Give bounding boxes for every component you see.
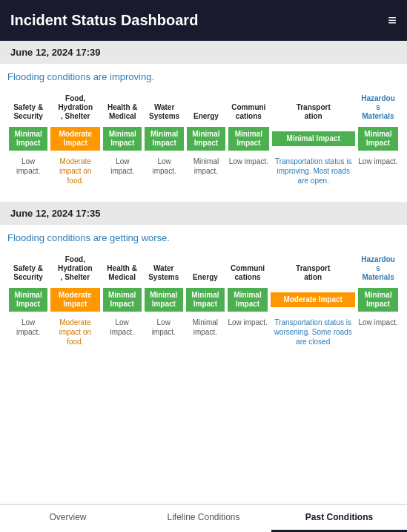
tab-overview[interactable]: Overview xyxy=(0,505,136,532)
badge-cell-1-7: Minimal Impact xyxy=(271,125,357,152)
desc-2-3: Low impact. xyxy=(102,313,143,351)
col-safety-2: Safety &Security xyxy=(7,254,49,286)
col-health-1: Health &Medical xyxy=(102,93,143,125)
desc-1-5: Minimal impact. xyxy=(185,152,227,190)
badge-1-5: Minimal Impact xyxy=(187,127,225,151)
badge-cell-2-7: Moderate Impact xyxy=(269,286,357,313)
header: Incident Status Dashboard ≡ xyxy=(0,0,407,41)
section-1-table: Safety &Security Food,Hydration, Shelter… xyxy=(7,93,400,190)
section-1-badge-row: Minimal Impact Moderate Impact Minimal I… xyxy=(7,125,400,152)
menu-icon[interactable]: ≡ xyxy=(388,12,397,29)
badge-cell-1-2: Moderate Impact xyxy=(49,125,102,152)
desc-2-2: Moderate impact on food. xyxy=(49,313,101,351)
badge-cell-2-4: Minimal Impact xyxy=(143,286,185,313)
section-2-badge-row: Minimal Impact Moderate Impact Minimal I… xyxy=(7,286,400,313)
section-1-desc-row: Low impact. Moderate impact on food. Low… xyxy=(7,152,400,190)
badge-1-7: Minimal Impact xyxy=(272,131,355,146)
section-2-flooding-text: Flooding conditions are getting worse. xyxy=(7,232,400,243)
desc-2-4: Low impact. xyxy=(143,313,185,351)
badge-cell-2-5: Minimal Impact xyxy=(185,286,226,313)
content-area: June 12, 2024 17:39 Flooding conditions … xyxy=(0,41,407,400)
desc-1-1: Low impact. xyxy=(7,152,49,190)
section-1-date: June 12, 2024 17:39 xyxy=(0,41,407,64)
desc-1-3: Low impact. xyxy=(102,152,143,190)
col-water-1: WaterSystems xyxy=(143,93,185,125)
col-food-1: Food,Hydration, Shelter xyxy=(49,93,102,125)
badge-2-4: Minimal Impact xyxy=(145,288,183,312)
badge-2-2: Moderate Impact xyxy=(50,288,99,312)
desc-1-7: Transportation status is improving. Most… xyxy=(271,152,357,190)
section-2-table: Safety &Security Food,Hydration, Shelter… xyxy=(7,254,400,351)
col-transport-2: Transportation xyxy=(269,254,357,286)
badge-cell-1-6: Minimal Impact xyxy=(227,125,270,152)
app-wrapper: Incident Status Dashboard ≡ June 12, 202… xyxy=(0,0,407,400)
badge-cell-1-3: Minimal Impact xyxy=(102,125,143,152)
section-2-date: June 12, 2024 17:35 xyxy=(0,202,407,225)
badge-cell-1-8: Minimal Impact xyxy=(357,125,400,152)
col-food-2: Food,Hydration, Shelter xyxy=(49,254,101,286)
badge-2-8: Minimal Impact xyxy=(358,288,398,312)
badge-cell-1-5: Minimal Impact xyxy=(185,125,227,152)
section-2-body: Flooding conditions are getting worse. S… xyxy=(0,225,407,363)
tab-lifeline-conditions[interactable]: Lifeline Conditions xyxy=(136,505,271,532)
badge-2-1: Minimal Impact xyxy=(9,288,47,312)
col-energy-2: Energy xyxy=(185,254,226,286)
col-transport-1: Transportation xyxy=(271,93,357,125)
section-2-desc-row: Low impact. Moderate impact on food. Low… xyxy=(7,313,400,351)
col-safety-1: Safety &Security xyxy=(7,93,49,125)
desc-2-5: Minimal impact. xyxy=(185,313,226,351)
badge-cell-2-8: Minimal Impact xyxy=(357,286,400,313)
badge-1-8: Minimal Impact xyxy=(358,127,398,151)
badge-2-3: Minimal Impact xyxy=(103,288,142,312)
badge-2-6: Minimal Impact xyxy=(228,288,268,312)
desc-1-6: Low impact. xyxy=(227,152,270,190)
col-energy-1: Energy xyxy=(185,93,227,125)
desc-1-4: Low impact. xyxy=(143,152,185,190)
desc-2-6: Low impact. xyxy=(226,313,269,351)
badge-cell-1-4: Minimal Impact xyxy=(143,125,185,152)
badge-1-4: Minimal Impact xyxy=(145,127,183,151)
section-1-flooding-text: Flooding conditions are improving. xyxy=(7,71,400,82)
col-health-2: Health &Medical xyxy=(102,254,143,286)
section-2-header-row: Safety &Security Food,Hydration, Shelter… xyxy=(7,254,400,286)
section-1-header-row: Safety &Security Food,Hydration, Shelter… xyxy=(7,93,400,125)
badge-cell-2-3: Minimal Impact xyxy=(102,286,143,313)
desc-1-8: Low impact. xyxy=(357,152,400,190)
section-1-body: Flooding conditions are improving. Safet… xyxy=(0,64,407,202)
desc-2-1: Low impact. xyxy=(7,313,49,351)
col-comms-1: Communi­cations xyxy=(227,93,270,125)
badge-cell-2-1: Minimal Impact xyxy=(7,286,49,313)
badge-2-7: Moderate Impact xyxy=(271,292,355,307)
section-2: June 12, 2024 17:35 Flooding conditions … xyxy=(0,202,407,363)
col-comms-2: Communi­cations xyxy=(226,254,269,286)
tab-past-conditions[interactable]: Past Conditions xyxy=(271,505,407,532)
section-1: June 12, 2024 17:39 Flooding conditions … xyxy=(0,41,407,202)
desc-1-2: Moderate impact on food. xyxy=(49,152,102,190)
header-title: Incident Status Dashboard xyxy=(10,12,198,29)
badge-cell-1-1: Minimal Impact xyxy=(7,125,49,152)
desc-2-7: Transportation status is worsening. Some… xyxy=(269,313,357,351)
badge-cell-2-6: Minimal Impact xyxy=(226,286,269,313)
badge-1-6: Minimal Impact xyxy=(228,127,268,151)
badge-2-5: Minimal Impact xyxy=(186,288,225,312)
badge-1-1: Minimal Impact xyxy=(9,127,47,151)
badge-cell-2-2: Moderate Impact xyxy=(49,286,101,313)
desc-2-8: Low impact. xyxy=(357,313,400,351)
col-water-2: WaterSystems xyxy=(143,254,185,286)
bottom-tabs: Overview Lifeline Conditions Past Condit… xyxy=(0,504,407,532)
col-hazardous-1: HazardousMaterials xyxy=(357,93,400,125)
col-hazardous-2: HazardousMaterials xyxy=(357,254,400,286)
badge-1-2: Moderate Impact xyxy=(50,127,100,151)
badge-1-3: Minimal Impact xyxy=(103,127,142,151)
